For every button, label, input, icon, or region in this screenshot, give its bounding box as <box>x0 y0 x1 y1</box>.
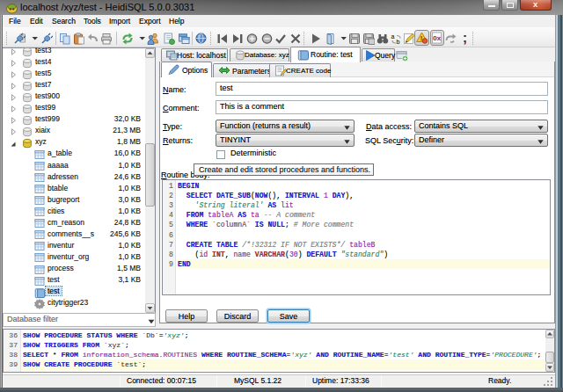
svg-text:a: a <box>391 33 395 40</box>
svg-text:0x: 0x <box>433 34 441 42</box>
svg-text:b: b <box>397 39 400 45</box>
